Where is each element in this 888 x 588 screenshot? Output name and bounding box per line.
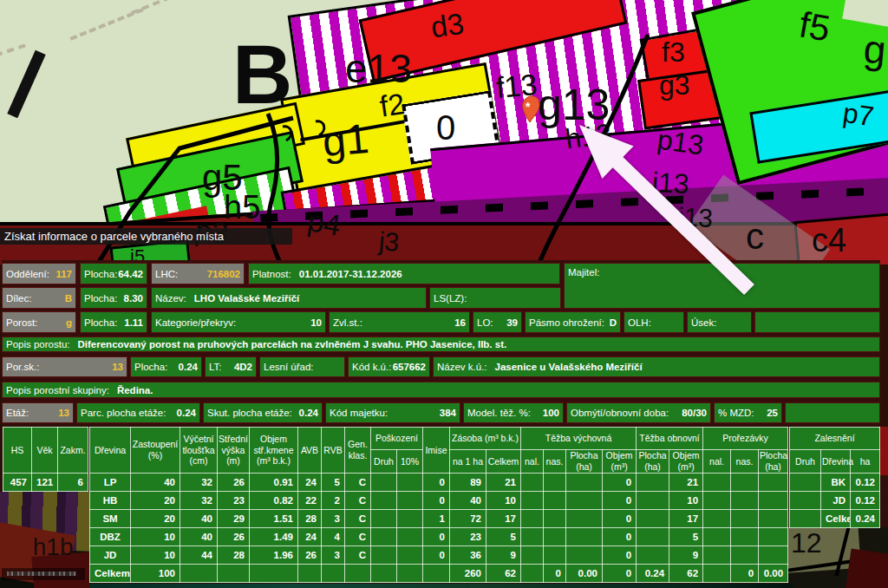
field-value: 25 xyxy=(767,408,778,418)
table-row: HB2032230.82222C04010010 xyxy=(90,492,788,510)
col-group-zalesneni: Zalesnění xyxy=(790,428,880,450)
table-cell: 21 xyxy=(669,474,703,492)
table-cell xyxy=(637,546,669,565)
table-cell: 0.12 xyxy=(851,492,880,510)
table-cell: 0 xyxy=(603,510,637,528)
table-cell: 28 xyxy=(298,510,322,528)
col-header-10pct: 10% xyxy=(397,450,423,474)
table-cell: 121 xyxy=(32,474,58,492)
col-header-plocha-ha: Plocha (ha) xyxy=(637,450,669,474)
field-dilec: Dílec:B xyxy=(2,287,76,309)
table-cell xyxy=(371,528,397,546)
table-cell: C xyxy=(345,492,371,510)
table-cell: DBZ xyxy=(90,528,131,546)
table-cell xyxy=(521,528,544,546)
table-cell: 457 xyxy=(3,474,32,492)
map-strip-bottom xyxy=(89,584,793,588)
map-label-e13: e13 xyxy=(345,49,412,88)
table-cell: 40 xyxy=(131,474,180,492)
col-header-nas: nas. xyxy=(544,450,566,474)
table-cell: 5 xyxy=(669,528,703,546)
table-cell: 0.91 xyxy=(250,474,298,492)
field-label: Platnost: xyxy=(252,269,291,279)
field-label: Majitel: xyxy=(568,267,599,278)
table-cell: 1.96 xyxy=(250,546,298,565)
table-cell: BK xyxy=(821,474,851,492)
table-cell: 40 xyxy=(180,510,218,528)
field-plocha-porsk: Plocha:0.24 xyxy=(130,356,202,377)
map-label-f2: f2 xyxy=(378,88,407,121)
table-cell: 260 xyxy=(450,565,486,583)
field-value: 13 xyxy=(58,408,69,418)
table-cell xyxy=(544,510,566,528)
field-label: Parc. plocha etáže: xyxy=(81,408,166,418)
table-cell xyxy=(637,474,669,492)
field-value: 657662 xyxy=(393,362,426,372)
table-cell xyxy=(397,528,423,546)
table-cell xyxy=(703,510,731,528)
stand-summary-table: HS Věk Zakm. 4571216 xyxy=(3,427,88,492)
table-row: 4571216 xyxy=(3,474,88,492)
table-cell: 20 xyxy=(131,510,180,528)
table-cell: 0 xyxy=(423,492,450,510)
table-cell: 0.82 xyxy=(250,492,298,510)
table-cell xyxy=(759,474,788,492)
table-cell xyxy=(322,565,345,583)
table-cell: 26 xyxy=(298,546,322,565)
table-cell xyxy=(544,492,566,510)
table-cell xyxy=(180,565,218,583)
field-lhc: LHC:716802 xyxy=(151,263,245,284)
table-cell: 22 xyxy=(298,492,322,510)
field-label: Název: xyxy=(155,293,186,304)
map-label-j3: j3 xyxy=(378,228,401,256)
table-cell: 23 xyxy=(218,492,250,510)
table-cell xyxy=(637,492,669,510)
field-label: Oddělení: xyxy=(6,269,49,279)
map-label-f13: f13 xyxy=(495,69,539,102)
map-label-f3: f3 xyxy=(662,38,685,66)
table-cell: 3 xyxy=(322,546,345,565)
table-row: JD1044281.96263C036909 xyxy=(90,546,788,565)
field-platnost: Platnost:01.01.2017-31.12.2026 xyxy=(248,263,560,284)
table-cell xyxy=(790,492,821,510)
table-cell xyxy=(566,510,603,528)
table-cell: 62 xyxy=(486,565,521,583)
col-header-imise: Imise xyxy=(423,428,450,474)
col-header-ha: ha xyxy=(851,450,880,474)
field-usek: Úsek: xyxy=(687,311,752,333)
table-cell: 5 xyxy=(322,474,345,492)
table-cell: 26 xyxy=(218,528,250,546)
species-detail-body: LP4032260.91245C08921021HB2032230.82222C… xyxy=(90,474,788,583)
map-label-c4: c4 xyxy=(812,224,846,257)
field-label: Plocha: xyxy=(134,362,167,372)
field-nazev: Název:LHO Valašské Meziříčí xyxy=(151,287,427,309)
table-cell: C xyxy=(345,546,371,565)
col-header-plocha-ha: Plocha (ha) xyxy=(566,450,603,474)
field-plocha-oddeleni: Plocha:64.42 xyxy=(80,263,147,284)
field-majitel: Majitel: xyxy=(564,263,880,309)
col-header-objem-kmene: Objem stř.kmene (m³ b.k.) xyxy=(250,428,298,474)
table-cell: 100 xyxy=(131,565,180,583)
field-value: B xyxy=(65,293,72,304)
field-value: Diferencovaný porost na pruhových parcel… xyxy=(78,339,507,350)
map-label-h13: h13 xyxy=(564,119,613,153)
table-cell xyxy=(397,474,423,492)
table-cell: 0 xyxy=(603,492,637,510)
table-cell xyxy=(759,528,788,546)
field-label: Model. těž. %: xyxy=(467,408,531,418)
field-kod-majetku: Kód majetku:384 xyxy=(325,402,460,423)
field-value: 384 xyxy=(440,408,456,418)
field-label: Dílec: xyxy=(6,293,31,304)
table-cell: 0 xyxy=(423,528,450,546)
table-cell: JD xyxy=(821,492,851,510)
table-cell: 0.24 xyxy=(851,510,880,528)
field-value: 10 xyxy=(310,317,322,328)
field-obmyti: Obmýtí/obnovní doba:80/30 xyxy=(566,402,711,423)
field-value: 0.24 xyxy=(177,408,196,418)
table-cell xyxy=(250,565,298,583)
map-label-g1: g1 xyxy=(321,118,370,163)
table-cell xyxy=(371,492,397,510)
forest-stand-map[interactable]: B d3 e13 f2 f13 0 g1 g13 h13 g5 h5 p3 p4… xyxy=(0,0,888,265)
table-row: LP4032260.91245C08921021 xyxy=(90,474,788,492)
col-header-hs: HS xyxy=(3,428,32,474)
